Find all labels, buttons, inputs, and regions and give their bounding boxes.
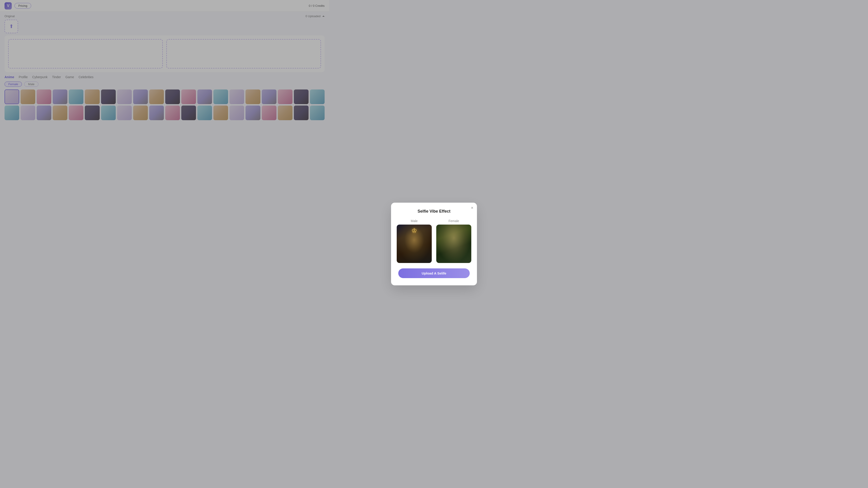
modal-overlay[interactable]: × Selfie Vibe Effect Male Female Upload … <box>0 0 329 185</box>
